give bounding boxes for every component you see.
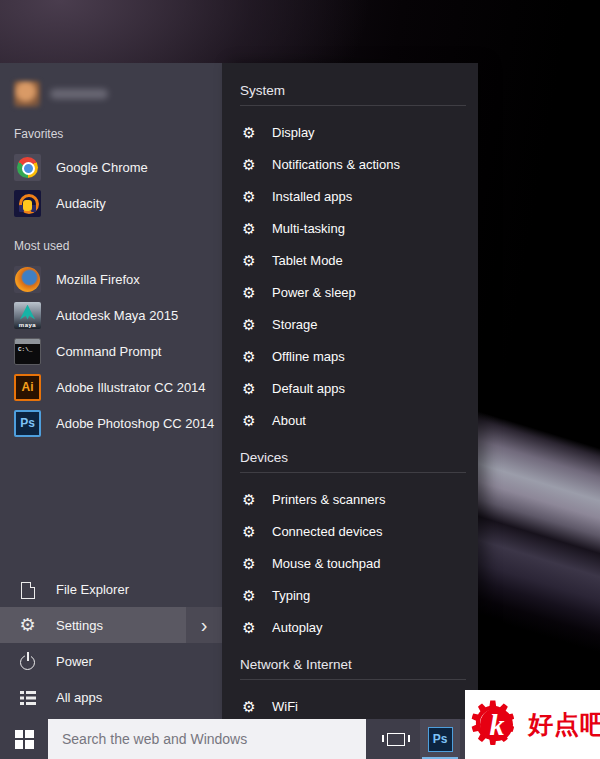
taskbar-photoshop-button[interactable]: Ps: [420, 719, 460, 759]
flyout-item-installed-apps[interactable]: ⚙Installed apps: [222, 180, 478, 212]
flyout-item-typing[interactable]: ⚙Typing: [222, 579, 478, 611]
flyout-item-wifi[interactable]: ⚙WiFi: [222, 690, 478, 722]
start-button[interactable]: [0, 719, 48, 759]
gear-icon: ⚙: [240, 349, 258, 364]
flyout-item-printers-scanners[interactable]: ⚙Printers & scanners: [222, 483, 478, 515]
settings-flyout: System⚙Display⚙Notifications & actions⚙I…: [222, 63, 478, 719]
app-item-autodesk-maya-2015[interactable]: mayaAutodesk Maya 2015: [0, 297, 222, 333]
start-menu-sections: FavoritesGoogle ChromeAudacityMost usedM…: [0, 125, 222, 441]
flyout-item-display[interactable]: ⚙Display: [222, 116, 478, 148]
flyout-item-label: Power & sleep: [272, 285, 356, 300]
flyout-item-label: Mouse & touchpad: [272, 556, 380, 571]
app-item-adobe-photoshop-cc-2014[interactable]: PsAdobe Photoshop CC 2014: [0, 405, 222, 441]
flyout-item-offline-maps[interactable]: ⚙Offline maps: [222, 340, 478, 372]
gear-icon: ⚙: [240, 221, 258, 236]
gear-icon: ⚙: [240, 492, 258, 507]
divider: [240, 472, 466, 473]
gear-icon: ⚙: [240, 524, 258, 539]
gear-icon: ⚙: [240, 189, 258, 204]
menu-item-label: All apps: [56, 690, 102, 705]
windows-logo-icon: [15, 730, 34, 749]
settings-icon: ⚙: [14, 612, 41, 639]
flyout-item-mouse-touchpad[interactable]: ⚙Mouse & touchpad: [222, 547, 478, 579]
flyout-item-notifications-actions[interactable]: ⚙Notifications & actions: [222, 148, 478, 180]
flyout-item-label: Typing: [272, 588, 310, 603]
app-item-audacity[interactable]: Audacity: [0, 185, 222, 221]
menu-item-file-explorer[interactable]: File Explorer: [0, 571, 222, 607]
flyout-item-label: Offline maps: [272, 349, 345, 364]
user-name-blurred: [50, 89, 108, 99]
flyout-item-storage[interactable]: ⚙Storage: [222, 308, 478, 340]
cmd-icon: C:\_: [14, 338, 41, 365]
app-label: Adobe Illustrator CC 2014: [56, 380, 206, 395]
gear-icon: ⚙: [240, 317, 258, 332]
section-label-favorites: Favorites: [0, 125, 222, 143]
audacity-icon: [14, 190, 41, 217]
flyout-group-header-system: System: [222, 75, 478, 105]
watermark-letter: k: [469, 697, 525, 753]
flyout-item-label: Tablet Mode: [272, 253, 343, 268]
flyout-item-label: Connected devices: [272, 524, 383, 539]
section-label-most-used: Most used: [0, 237, 222, 255]
flyout-item-label: Default apps: [272, 381, 345, 396]
chrome-icon: [14, 154, 41, 181]
file-explorer-icon: [14, 576, 41, 603]
divider: [240, 105, 466, 106]
flyout-item-label: Autoplay: [272, 620, 323, 635]
user-profile[interactable]: [0, 63, 222, 109]
flyout-item-default-apps[interactable]: ⚙Default apps: [222, 372, 478, 404]
gear-icon: ⚙: [240, 285, 258, 300]
gear-icon: ⚙: [240, 125, 258, 140]
menu-item-power[interactable]: Power: [0, 643, 222, 679]
flyout-group-header-network-internet: Network & Internet: [222, 649, 478, 679]
flyout-item-connected-devices[interactable]: ⚙Connected devices: [222, 515, 478, 547]
flyout-item-label: Multi-tasking: [272, 221, 345, 236]
avatar: [14, 81, 40, 107]
menu-item-settings[interactable]: ⚙Settings›: [0, 607, 222, 643]
app-label: Mozilla Firefox: [56, 272, 140, 287]
app-label: Command Prompt: [56, 344, 161, 359]
flyout-item-label: Display: [272, 125, 315, 140]
gear-icon: ⚙: [240, 253, 258, 268]
gear-icon: ⚙: [240, 620, 258, 635]
flyout-item-label: About: [272, 413, 306, 428]
taskbar-search[interactable]: [48, 719, 366, 759]
watermark: ⚙ k 好点吧: [465, 690, 600, 759]
watermark-text: 好点吧: [528, 708, 600, 741]
gear-icon: ⚙: [240, 413, 258, 428]
task-view-button[interactable]: [374, 719, 418, 759]
flyout-item-tablet-mode[interactable]: ⚙Tablet Mode: [222, 244, 478, 276]
divider: [240, 679, 466, 680]
flyout-item-autoplay[interactable]: ⚙Autoplay: [222, 611, 478, 643]
gear-icon: ⚙: [240, 381, 258, 396]
firefox-icon: [14, 266, 41, 293]
app-item-google-chrome[interactable]: Google Chrome: [0, 149, 222, 185]
app-label: Google Chrome: [56, 160, 148, 175]
menu-item-all-apps[interactable]: All apps: [0, 679, 222, 715]
ai-icon: Ai: [14, 374, 41, 401]
watermark-gear-icon: ⚙ k: [469, 697, 525, 753]
flyout-item-power-sleep[interactable]: ⚙Power & sleep: [222, 276, 478, 308]
app-label: Adobe Photoshop CC 2014: [56, 416, 214, 431]
task-view-icon: [387, 733, 405, 746]
app-item-command-prompt[interactable]: C:\_Command Prompt: [0, 333, 222, 369]
menu-item-label: Settings: [56, 618, 103, 633]
flyout-item-label: Printers & scanners: [272, 492, 385, 507]
power-icon: [14, 648, 41, 675]
menu-item-label: Power: [56, 654, 93, 669]
flyout-item-label: WiFi: [272, 699, 298, 714]
flyout-item-label: Installed apps: [272, 189, 352, 204]
flyout-item-label: Notifications & actions: [272, 157, 400, 172]
menu-item-label: File Explorer: [56, 582, 129, 597]
chevron-right-icon[interactable]: ›: [186, 607, 222, 643]
ps-icon: Ps: [14, 410, 41, 437]
all-apps-icon: [14, 684, 41, 711]
flyout-group-header-devices: Devices: [222, 442, 478, 472]
flyout-item-about[interactable]: ⚙About: [222, 404, 478, 436]
app-item-mozilla-firefox[interactable]: Mozilla Firefox: [0, 261, 222, 297]
gear-icon: ⚙: [240, 588, 258, 603]
app-item-adobe-illustrator-cc-2014[interactable]: AiAdobe Illustrator CC 2014: [0, 369, 222, 405]
start-menu-bottom: File Explorer⚙Settings›PowerAll apps: [0, 571, 222, 715]
flyout-item-multi-tasking[interactable]: ⚙Multi-tasking: [222, 212, 478, 244]
search-input[interactable]: [48, 719, 366, 759]
